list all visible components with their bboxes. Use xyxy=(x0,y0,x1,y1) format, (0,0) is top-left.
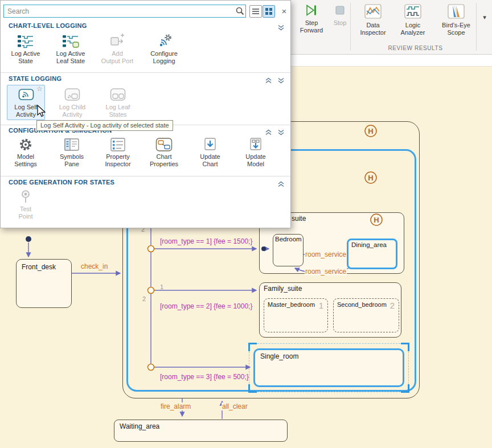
condition-label-room-type-1[interactable]: [room_type == 1] {fee = 1500;} xyxy=(160,237,252,245)
log-active-state-button[interactable]: Log Active State xyxy=(3,33,48,68)
button-label: Chart xyxy=(157,153,172,161)
configure-logging-button[interactable]: Configure Logging xyxy=(142,33,186,68)
state-label-second: Second_bedroom xyxy=(337,301,387,308)
chart-properties-icon xyxy=(155,137,173,152)
toolbar-separator xyxy=(476,3,477,51)
grid-view-button[interactable] xyxy=(263,5,275,18)
data-inspector-icon xyxy=(364,3,382,20)
transition-order-number: 1 xyxy=(160,283,163,290)
button-label: Inspector xyxy=(105,161,130,168)
search-icon xyxy=(236,7,244,15)
review-results-section-label: REVIEW RESULTS xyxy=(355,45,476,51)
review-results-dropdown[interactable]: ▾ xyxy=(478,14,491,21)
update-model-icon xyxy=(248,137,263,152)
section-title-code-generation: CODE GENERATION FOR STATES xyxy=(9,179,114,186)
transition-label-fire-alarm[interactable]: fire_alarm xyxy=(160,402,191,410)
list-view-button[interactable] xyxy=(249,5,262,18)
chart-properties-button[interactable]: Chart Properties xyxy=(142,137,186,172)
condition-label-room-type-3[interactable]: [room_type == 3] {fee = 500;} xyxy=(160,373,249,381)
tooltip: Log Self Activity - Log activity of sele… xyxy=(36,120,173,131)
update-chart-button[interactable]: Update Chart xyxy=(188,137,232,172)
state-label-front-desk: Front_desk xyxy=(22,263,56,271)
data-inspector-button[interactable]: Data Inspector xyxy=(355,3,391,36)
symbols-pane-button[interactable]: Symbols Pane xyxy=(50,137,94,172)
search-input[interactable] xyxy=(3,5,246,18)
update-model-button[interactable]: Update Model xyxy=(233,137,278,172)
condition-label-room-type-2[interactable]: [room_type == 2] {fee = 1000;} xyxy=(160,302,252,310)
transition-label-room-service-bottom[interactable]: room_service xyxy=(305,268,347,276)
transition-order-number: 2 xyxy=(142,295,146,302)
selection-handle[interactable] xyxy=(248,343,257,351)
button-label: Configure xyxy=(150,50,178,57)
close-button[interactable]: × xyxy=(278,5,290,17)
selection-handle[interactable] xyxy=(401,384,409,393)
section-collapse-button[interactable] xyxy=(265,128,273,134)
model-settings-button[interactable]: Model Settings xyxy=(3,137,48,172)
transition-label-check-in[interactable]: check_in xyxy=(81,262,108,270)
state-dining-area[interactable]: Dining_area xyxy=(347,239,397,269)
toolbar-separator xyxy=(350,3,351,51)
log-active-leaf-state-button[interactable]: Log Active Leaf State xyxy=(48,33,93,68)
transition-label-room-service-top[interactable]: room_service xyxy=(305,250,347,258)
button-label: Properties xyxy=(150,161,178,168)
button-label: Update xyxy=(200,153,220,161)
stop-icon xyxy=(333,3,347,18)
section-expand-button[interactable] xyxy=(277,76,285,83)
parallel-order-number: 1 xyxy=(319,301,323,310)
update-chart-icon xyxy=(203,137,218,152)
chevron-double-up-icon xyxy=(277,181,285,187)
section-collapse-button[interactable] xyxy=(277,179,285,186)
stop-label: Stop xyxy=(334,19,347,27)
logic-analyzer-icon xyxy=(404,3,422,20)
section-collapse-button[interactable] xyxy=(265,76,273,83)
log-child-activity-button: Log Child Activity xyxy=(50,87,95,122)
button-label: Logging xyxy=(153,57,175,65)
gear-icon xyxy=(18,137,33,152)
toolstrip: Step Forward Stop Data Inspector xyxy=(291,0,492,55)
document-bar xyxy=(291,55,492,67)
button-label: State xyxy=(18,57,33,65)
button-label: States xyxy=(109,111,126,118)
test-point-button: Test Point xyxy=(3,188,48,224)
grid-view-icon xyxy=(265,7,273,15)
state-label-suite: suite xyxy=(292,215,306,223)
state-front-desk[interactable]: Front_desk xyxy=(16,259,72,308)
log-self-activity-icon xyxy=(18,87,35,102)
test-point-icon xyxy=(18,188,33,204)
step-forward-button[interactable]: Step Forward xyxy=(296,3,327,34)
birds-eye-scope-button[interactable]: Bird's-Eye Scope xyxy=(434,3,478,36)
step-forward-label: Forward xyxy=(300,27,323,34)
log-leaf-states-icon xyxy=(109,87,126,102)
chevron-double-up-icon xyxy=(265,77,272,84)
state-bedroom[interactable]: Bedroom xyxy=(273,234,304,266)
mouse-cursor xyxy=(36,105,47,118)
property-inspector-button[interactable]: Property Inspector xyxy=(96,137,140,172)
logic-analyzer-button[interactable]: Logic Analyzer xyxy=(395,3,431,36)
add-output-port-button: Add Output Port xyxy=(95,33,140,68)
chevron-double-down-icon xyxy=(277,129,285,135)
state-master-bedroom[interactable]: Master_bedroom 1 xyxy=(264,298,328,332)
selection-handle[interactable] xyxy=(401,343,409,351)
section-divider xyxy=(1,176,290,176)
button-label: Point xyxy=(18,213,32,220)
log-child-activity-icon xyxy=(64,87,81,102)
button-label: Chart xyxy=(203,161,218,168)
button-label: Activity xyxy=(63,111,83,118)
symbols-pane-icon xyxy=(64,137,80,152)
state-label-dining: Dining_area xyxy=(351,241,387,248)
data-inspector-label: Inspector xyxy=(360,29,386,36)
button-label: Model xyxy=(247,161,264,168)
selection-handle[interactable] xyxy=(248,384,257,393)
favorite-star-icon[interactable]: ☆ xyxy=(36,85,43,93)
chevron-double-down-icon xyxy=(277,77,285,84)
button-label: Log Self xyxy=(14,104,37,111)
section-expand-button[interactable] xyxy=(277,23,285,30)
state-family-suite[interactable]: Family_suite Master_bedroom 1 Second_bed… xyxy=(259,282,401,338)
log-active-state-icon xyxy=(17,33,34,49)
birds-eye-scope-label: Bird's-Eye xyxy=(442,22,470,29)
state-second-bedroom[interactable]: Second_bedroom 2 xyxy=(333,298,399,332)
transition-label-all-clear[interactable]: all_clear xyxy=(222,402,248,410)
state-waiting-area[interactable]: Waiting_area xyxy=(114,420,288,442)
list-view-icon xyxy=(252,8,260,15)
section-expand-button[interactable] xyxy=(277,128,285,134)
